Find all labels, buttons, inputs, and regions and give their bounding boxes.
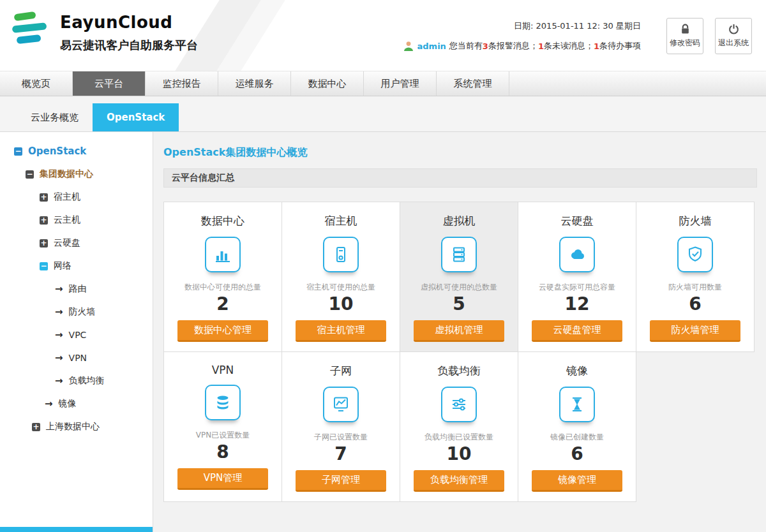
sidebar-item-group-datacenter[interactable]: − 集团数据中心 <box>0 163 153 186</box>
card-desc: 防火墙可用数量 <box>636 282 754 293</box>
card-desc: 数据中心可使用的总量 <box>164 282 282 293</box>
plus-icon[interactable]: + <box>32 423 40 431</box>
logout-label: 退出系统 <box>718 38 749 48</box>
arrow-icon: → <box>55 283 63 295</box>
notice-prefix: 您当前有 <box>449 40 483 52</box>
arrow-icon: → <box>55 352 63 364</box>
plus-icon[interactable]: + <box>40 239 48 248</box>
shield-icon <box>677 237 713 272</box>
user-status-line: admin 您当前有 3 条报警消息； 1 条未读消息； 1 条待办事项 <box>403 40 641 52</box>
nav-item-user-management[interactable]: 用户管理 <box>364 71 437 96</box>
cloud-icon <box>559 237 595 272</box>
header: EayunCloud 易云捷讯客户自助服务平台 日期: 2015-01-11 1… <box>0 0 766 71</box>
nav-item-data-center[interactable]: 数据中心 <box>291 71 364 96</box>
manage-datacenter-button[interactable]: 数据中心管理 <box>177 320 268 342</box>
vm-stack-icon <box>441 237 477 272</box>
host-server-icon <box>323 237 359 272</box>
card-title: 防火墙 <box>636 214 754 228</box>
manage-subnet-button[interactable]: 子网管理 <box>296 470 386 492</box>
arrow-icon: → <box>55 306 63 318</box>
plus-icon[interactable]: + <box>40 193 48 202</box>
sub-nav: 云业务概览 OpenStack <box>0 96 766 132</box>
sidebar-item-vpn[interactable]: → VPN <box>0 346 153 369</box>
sidebar-item-vpc[interactable]: → VPC <box>0 323 153 346</box>
card-vpn: VPN VPN已设置数量 8 VPN管理 <box>163 351 282 502</box>
sidebar-tree: − OpenStack − 集团数据中心 + 宿主机 + 云主机 + 云硬盘 −… <box>0 132 153 532</box>
sidebar-item-shanghai-datacenter[interactable]: + 上海数据中心 <box>0 415 153 438</box>
card-desc: 子网已设置数量 <box>282 432 400 443</box>
sidebar-footer-bar <box>0 527 153 532</box>
card-value: 10 <box>400 443 518 464</box>
card-desc: VPN已设置数量 <box>164 430 282 441</box>
manage-load-balancer-button[interactable]: 负载均衡管理 <box>414 470 504 492</box>
card-value: 10 <box>282 293 400 314</box>
manage-firewall-button[interactable]: 防火墙管理 <box>650 320 740 342</box>
main-nav: 概览页 云平台 监控报告 运维服务 数据中心 用户管理 系统管理 <box>0 71 766 96</box>
card-host: 宿主机 宿主机可使用的总量 10 宿主机管理 <box>282 202 400 352</box>
tab-cloud-business-overview[interactable]: 云业务概览 <box>17 103 93 131</box>
card-title: 云硬盘 <box>518 214 636 228</box>
minus-icon[interactable]: − <box>14 147 22 156</box>
manage-host-button[interactable]: 宿主机管理 <box>296 320 386 342</box>
logout-button[interactable]: 退出系统 <box>715 18 752 54</box>
sidebar-item-cloud-disk[interactable]: + 云硬盘 <box>0 232 153 255</box>
sidebar-item-cloud-host[interactable]: + 云主机 <box>0 209 153 232</box>
sidebar-item-router[interactable]: → 路由 <box>0 277 153 300</box>
change-password-label: 修改密码 <box>670 38 700 48</box>
card-desc: 宿主机可使用的总量 <box>282 282 400 293</box>
nav-item-ops-service[interactable]: 运维服务 <box>218 71 291 96</box>
manage-image-button[interactable]: 镜像管理 <box>532 470 622 492</box>
card-value: 12 <box>518 293 636 314</box>
avatar-icon <box>403 40 414 52</box>
username-link[interactable]: admin <box>417 41 446 51</box>
nav-item-overview[interactable]: 概览页 <box>0 71 73 96</box>
card-vm: 虚拟机 虚拟机可使用的总数量 5 虚拟机管理 <box>400 202 518 352</box>
card-desc: 云硬盘实际可用总容量 <box>518 282 636 293</box>
bar-chart-icon <box>205 237 241 272</box>
card-value: 7 <box>282 443 400 464</box>
card-value: 6 <box>518 443 636 464</box>
power-icon <box>728 24 739 34</box>
sliders-icon <box>441 387 477 422</box>
card-datacenter: 数据中心 数据中心可使用的总量 2 数据中心管理 <box>163 202 282 352</box>
tab-openstack[interactable]: OpenStack <box>93 103 179 131</box>
card-title: 镜像 <box>518 364 636 378</box>
card-title: 子网 <box>282 364 400 378</box>
logo-block: EayunCloud 易云捷讯客户自助服务平台 <box>0 0 766 53</box>
todo-count: 1 <box>594 41 599 51</box>
change-password-button[interactable]: 修改密码 <box>666 18 703 54</box>
alert-text: 条报警消息； <box>488 40 538 52</box>
nav-item-system-management[interactable]: 系统管理 <box>437 71 509 96</box>
section-header: 云平台信息汇总 <box>163 168 757 188</box>
card-image: 镜像 镜像已创建数量 6 镜像管理 <box>518 351 636 502</box>
sidebar-item-load-balancer[interactable]: → 负载均衡 <box>0 369 153 392</box>
minus-icon[interactable]: − <box>40 262 48 270</box>
main-content: OpenStack集团数据中心概览 云平台信息汇总 数据中心 数据中心可使用的 <box>153 132 766 532</box>
sidebar-item-image[interactable]: → 镜像 <box>0 392 153 415</box>
nav-item-monitor-report[interactable]: 监控报告 <box>146 71 218 96</box>
card-title: 宿主机 <box>282 214 400 228</box>
minus-icon[interactable]: − <box>26 170 34 179</box>
card-value: 6 <box>636 293 754 314</box>
card-title: VPN <box>164 364 282 376</box>
card-title: 虚拟机 <box>400 214 518 228</box>
arrow-icon: → <box>55 375 63 387</box>
unread-text: 条未读消息； <box>544 40 594 52</box>
arrow-icon: → <box>55 329 63 341</box>
sidebar-item-host[interactable]: + 宿主机 <box>0 186 153 209</box>
eayuncloud-logo-icon <box>9 9 54 51</box>
sidebar-item-network[interactable]: − 网络 <box>0 255 153 277</box>
plus-icon[interactable]: + <box>40 216 48 225</box>
manage-vpn-button[interactable]: VPN管理 <box>177 468 268 490</box>
sidebar-item-firewall[interactable]: → 防火墙 <box>0 300 153 323</box>
date-display: 日期: 2015-01-11 12: 30 星期日 <box>514 20 641 32</box>
brand-subtitle: 易云捷讯客户自助服务平台 <box>60 38 198 53</box>
manage-cloud-disk-button[interactable]: 云硬盘管理 <box>532 320 622 342</box>
card-title: 负载均衡 <box>400 364 518 378</box>
nav-item-cloud-platform[interactable]: 云平台 <box>73 71 146 96</box>
hourglass-icon <box>559 387 595 422</box>
chart-board-icon <box>323 387 359 422</box>
manage-vm-button[interactable]: 虚拟机管理 <box>414 320 504 342</box>
sidebar-item-openstack[interactable]: − OpenStack <box>0 140 153 163</box>
body: − OpenStack − 集团数据中心 + 宿主机 + 云主机 + 云硬盘 −… <box>0 132 766 532</box>
